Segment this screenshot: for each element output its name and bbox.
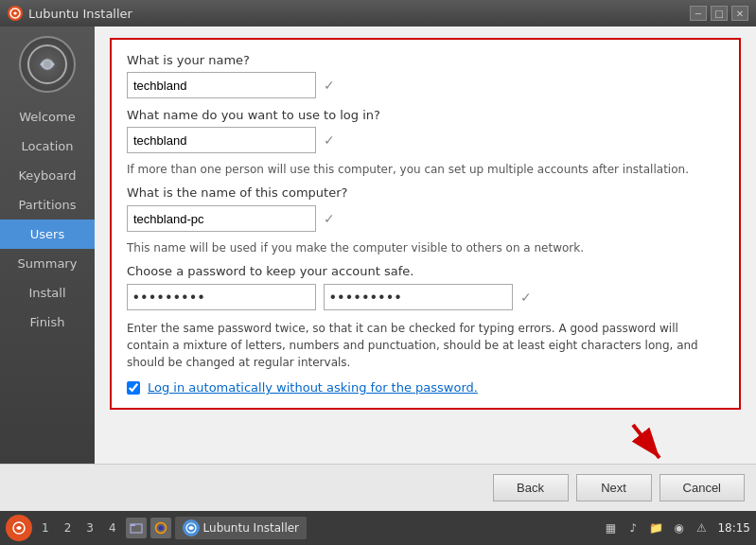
password-hint: Enter the same password twice, so that i… — [127, 320, 724, 371]
tray-status-icon: ⚠ — [693, 519, 710, 536]
taskbar-right: ▦ ♪ 📁 ◉ ⚠ 18:15 — [602, 519, 750, 536]
name-check-icon: ✓ — [324, 78, 335, 93]
maximize-button[interactable]: □ — [711, 6, 728, 21]
next-arrow-indicator — [624, 420, 671, 467]
taskbar-num-4[interactable]: 4 — [103, 519, 122, 536]
login-check-icon: ✓ — [324, 132, 335, 148]
taskbar-app-icon — [183, 519, 200, 536]
sidebar: Welcome Location Keyboard Partitions Use… — [0, 26, 95, 511]
password-check-icon: ✓ — [520, 290, 532, 305]
taskbar-num-1[interactable]: 1 — [36, 519, 55, 536]
next-button[interactable]: Next — [576, 474, 652, 501]
taskbar-app-lubuntu[interactable]: Lubuntu Installer — [175, 517, 307, 539]
sidebar-item-summary[interactable]: Summary — [0, 249, 95, 278]
window-title: Lubuntu Installer — [28, 7, 132, 21]
computer-hint: This name will be used if you make the c… — [127, 241, 724, 255]
name-label: What is your name? — [127, 53, 724, 67]
computer-input[interactable] — [127, 205, 316, 232]
sidebar-item-users[interactable]: Users — [0, 220, 95, 249]
computer-row: ✓ — [127, 205, 724, 232]
computer-label: What is the name of this computer? — [127, 185, 724, 200]
login-hint: If more than one person will use this co… — [127, 163, 724, 176]
sidebar-item-keyboard[interactable]: Keyboard — [0, 161, 95, 190]
cancel-button[interactable]: Cancel — [659, 474, 745, 501]
taskbar-num-3[interactable]: 3 — [80, 519, 99, 536]
sidebar-item-partitions[interactable]: Partitions — [0, 190, 95, 220]
button-bar: Back Next Cancel — [0, 464, 756, 511]
password-input[interactable] — [127, 284, 316, 310]
taskbar-num-2[interactable]: 2 — [59, 519, 78, 536]
app-icon — [8, 6, 23, 21]
autologin-label[interactable]: Log in automatically without asking for … — [148, 380, 478, 395]
computer-check-icon: ✓ — [324, 211, 335, 226]
sidebar-item-install[interactable]: Install — [0, 278, 95, 308]
login-input[interactable] — [127, 127, 316, 153]
window-controls[interactable]: − □ ✕ — [690, 6, 748, 21]
tray-volume-icon: ♪ — [624, 519, 642, 536]
back-button[interactable]: Back — [493, 474, 569, 501]
title-bar-left: Lubuntu Installer — [8, 6, 132, 21]
title-bar: Lubuntu Installer − □ ✕ — [0, 0, 756, 26]
sidebar-logo — [19, 36, 76, 93]
password-confirm-input[interactable] — [324, 284, 513, 310]
minimize-button[interactable]: − — [690, 6, 707, 21]
taskbar-browser-icon[interactable] — [150, 518, 171, 538]
tray-activity-icon: ◉ — [670, 519, 687, 536]
login-row: ✓ — [127, 127, 724, 153]
taskbar-files-icon[interactable] — [126, 518, 147, 538]
taskbar-app-label: Lubuntu Installer — [203, 521, 299, 535]
start-button[interactable] — [6, 515, 32, 541]
tray-icons: ▦ ♪ 📁 ◉ ⚠ — [602, 519, 710, 536]
close-button[interactable]: ✕ — [731, 6, 748, 21]
tray-network-icon: ▦ — [602, 519, 619, 536]
users-form: What is your name? ✓ What name do you wa… — [110, 38, 741, 410]
sidebar-item-welcome[interactable]: Welcome — [0, 102, 95, 132]
taskbar: 1 2 3 4 Lubuntu Installer ▦ ♪ 📁 ◉ ⚠ 18:1… — [0, 511, 756, 545]
autologin-row: Log in automatically without asking for … — [127, 380, 724, 395]
name-row: ✓ — [127, 72, 724, 98]
tray-folder-icon: 📁 — [647, 519, 664, 536]
autologin-checkbox[interactable] — [127, 381, 140, 395]
password-label: Choose a password to keep your account s… — [127, 264, 724, 278]
sidebar-item-finish[interactable]: Finish — [0, 308, 95, 337]
sidebar-item-location[interactable]: Location — [0, 132, 95, 161]
login-label: What name do you want to use to log in? — [127, 108, 724, 122]
name-input[interactable] — [127, 72, 316, 98]
svg-point-2 — [44, 61, 51, 68]
svg-point-9 — [158, 526, 163, 531]
svg-line-4 — [633, 425, 659, 458]
taskbar-clock: 18:15 — [717, 521, 750, 535]
password-row: ✓ — [127, 284, 724, 310]
